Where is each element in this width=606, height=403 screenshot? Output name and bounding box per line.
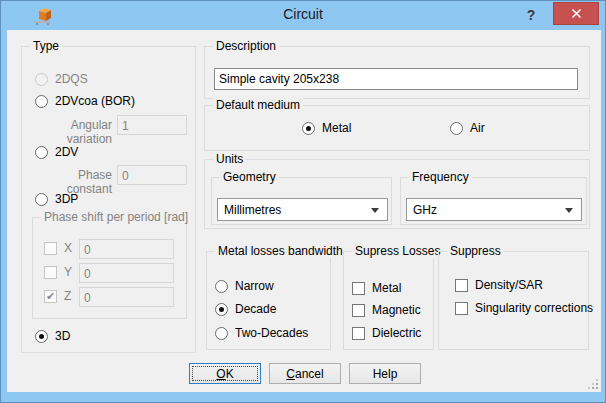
default-medium-group: Default medium Metal Air: [204, 105, 590, 151]
chevron-down-icon: [565, 208, 573, 213]
geometry-dropdown[interactable]: Millimetres: [217, 198, 388, 221]
frequency-group: Frequency GHz: [400, 177, 587, 225]
close-icon: [571, 8, 582, 19]
radio-2dv[interactable]: 2DV: [35, 144, 78, 160]
radio-air-label: Air: [470, 121, 485, 135]
type-group-label: Type: [30, 39, 62, 53]
checkbox-icon: [352, 304, 365, 317]
radio-3d-label: 3D: [55, 329, 70, 343]
metal-losses-group: Metal losses bandwidth Narrow Decade Two…: [206, 251, 331, 350]
radio-2dvcoa-label: 2DVcoa (BOR): [55, 94, 135, 108]
checkmark-icon: ✔: [46, 291, 55, 302]
checkbox-density-sar-label: Density/SAR: [475, 278, 543, 292]
checkbox-losses-metal[interactable]: Metal: [352, 280, 401, 296]
supress-losses-group: Supress Losses Metal Magnetic Dielectric: [343, 251, 434, 350]
phase-shift-group: Phase shift per period [rad] X 0 Y 0 ✔ Z: [32, 217, 187, 319]
checkbox-losses-dielectric-label: Dielectric: [372, 326, 421, 340]
description-input[interactable]: Simple cavity 205x238: [214, 68, 578, 90]
radio-icon: [215, 303, 228, 316]
checkbox-losses-dielectric[interactable]: Dielectric: [352, 325, 421, 341]
checkbox-losses-magnetic[interactable]: Magnetic: [352, 302, 421, 318]
checkbox-singularity[interactable]: Singularity corrections: [455, 300, 593, 316]
dialog-body: Type 2DQS 2DVcoa (BOR) Angular variation…: [7, 30, 601, 392]
phase-shift-group-label: Phase shift per period [rad]: [41, 210, 191, 224]
checkbox-z-icon: ✔: [44, 290, 57, 303]
radio-metal-label: Metal: [322, 121, 351, 135]
suppress-group: Suppress Density/SAR Singularity correct…: [438, 251, 589, 350]
window-title: Circuit: [1, 6, 605, 22]
phase-shift-z-field: 0: [79, 287, 174, 307]
frequency-dropdown-value: GHz: [413, 203, 437, 217]
checkbox-singularity-label: Singularity corrections: [475, 301, 593, 315]
frequency-group-label: Frequency: [409, 170, 472, 184]
titlebar[interactable]: Circuit ?: [1, 1, 605, 30]
radio-3dp-label: 3DP: [55, 192, 78, 206]
resize-grip[interactable]: [587, 378, 599, 390]
radio-two-decades-label: Two-Decades: [235, 326, 308, 340]
angular-variation-field: 1: [117, 115, 187, 135]
units-group: Units Geometry Millimetres Frequency GHz: [204, 159, 590, 229]
radio-3dp[interactable]: 3DP: [35, 191, 78, 207]
geometry-dropdown-value: Millimetres: [224, 203, 281, 217]
radio-two-decades[interactable]: Two-Decades: [215, 325, 308, 341]
metal-losses-group-label: Metal losses bandwidth: [215, 244, 346, 258]
checkbox-losses-magnetic-label: Magnetic: [372, 303, 421, 317]
radio-2dvcoa[interactable]: 2DVcoa (BOR): [35, 93, 135, 109]
ok-button-mnemonic: O: [216, 367, 225, 381]
radio-decade-label: Decade: [235, 302, 276, 316]
phase-shift-y-field: 0: [79, 263, 174, 283]
supress-losses-group-label: Supress Losses: [352, 244, 443, 258]
phase-shift-z-row: ✔ Z: [44, 288, 71, 304]
angular-variation-label: Angular variation: [32, 118, 112, 146]
radio-2dv-label: 2DV: [55, 145, 78, 159]
cancel-button-mnemonic: C: [286, 367, 295, 381]
checkbox-z-label: Z: [64, 289, 71, 303]
checkbox-icon: [455, 302, 468, 315]
checkbox-icon: [352, 327, 365, 340]
radio-3d[interactable]: 3D: [35, 328, 70, 344]
suppress-group-label: Suppress: [447, 244, 504, 258]
phase-shift-y-row: Y: [44, 264, 72, 280]
geometry-group: Geometry Millimetres: [211, 177, 392, 225]
help-titlebar-button[interactable]: ?: [520, 4, 542, 26]
checkbox-density-sar[interactable]: Density/SAR: [455, 277, 543, 293]
radio-2dqs-label: 2DQS: [55, 72, 88, 86]
phase-shift-x-field: 0: [79, 239, 174, 259]
phase-shift-x-row: X: [44, 240, 72, 256]
radio-2dqs: 2DQS: [35, 71, 88, 87]
radio-icon: [35, 95, 48, 108]
checkbox-x-label: X: [64, 241, 72, 255]
description-group: Description Simple cavity 205x238: [204, 46, 590, 99]
checkbox-y-icon: [44, 266, 57, 279]
checkbox-x-icon: [44, 242, 57, 255]
ok-button-label: K: [226, 367, 234, 381]
radio-narrow-label: Narrow: [235, 279, 274, 293]
description-group-label: Description: [213, 39, 279, 53]
frequency-dropdown[interactable]: GHz: [406, 198, 582, 221]
radio-icon: [35, 193, 48, 206]
radio-icon: [215, 327, 228, 340]
radio-icon: [215, 280, 228, 293]
checkbox-y-label: Y: [64, 265, 72, 279]
cancel-button[interactable]: Cancel: [269, 363, 341, 384]
close-button[interactable]: [553, 2, 599, 25]
checkbox-icon: [352, 282, 365, 295]
default-medium-group-label: Default medium: [213, 98, 303, 112]
radio-icon: [450, 122, 463, 135]
ok-button[interactable]: OK: [189, 363, 261, 384]
radio-narrow[interactable]: Narrow: [215, 278, 274, 294]
radio-icon: [302, 122, 315, 135]
help-button-label: Help: [373, 367, 398, 381]
radio-icon: [35, 146, 48, 159]
radio-metal[interactable]: Metal: [302, 120, 351, 136]
circuit-dialog: Circuit ? Type 2DQS 2DVcoa (BOR) Angular…: [0, 0, 606, 403]
radio-decade[interactable]: Decade: [215, 301, 276, 317]
checkbox-losses-metal-label: Metal: [372, 281, 401, 295]
checkbox-icon: [455, 279, 468, 292]
help-button[interactable]: Help: [349, 363, 421, 384]
units-group-label: Units: [213, 152, 246, 166]
type-group: Type 2DQS 2DVcoa (BOR) Angular variation…: [21, 46, 196, 353]
radio-icon: [35, 330, 48, 343]
radio-icon: [35, 73, 48, 86]
radio-air[interactable]: Air: [450, 120, 485, 136]
